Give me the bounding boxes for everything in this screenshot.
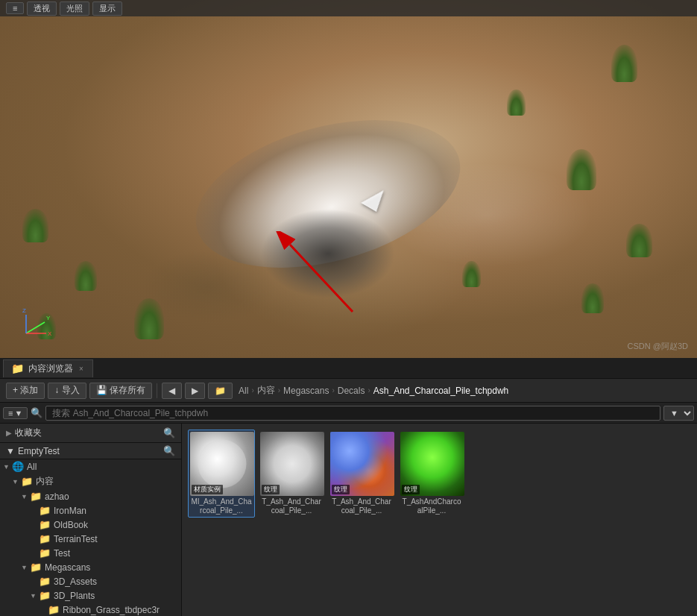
tree-toggle-content: ▼ xyxy=(12,478,21,485)
folder-icon-3dplants: 📁 xyxy=(39,590,51,601)
asset-type-badge-t3: 纹理 xyxy=(402,485,420,494)
breadcrumb-sep-1: › xyxy=(251,386,253,395)
collections-search-icon[interactable]: 🔍 xyxy=(163,427,175,439)
project-search-icon[interactable]: 🔍 xyxy=(163,445,175,456)
svg-line-2 xyxy=(26,322,45,333)
svg-text:Y: Y xyxy=(46,315,51,321)
breadcrumb-sep-4: › xyxy=(368,386,370,395)
grass-decoration xyxy=(462,261,481,287)
tree-label-oldbook: OldBook xyxy=(54,520,181,530)
grass-decoration xyxy=(134,298,164,339)
nav-folder-button[interactable]: 📁 xyxy=(208,383,233,399)
asset-t-ash-3[interactable]: 纹理 T_AshAndCharcoalPile_... xyxy=(398,430,465,518)
asset-label-mi-ash: MI_Ash_And_Charcoal_Pile_... xyxy=(190,497,253,515)
breadcrumb-sep-2: › xyxy=(278,386,280,395)
watermark: CSDN @阿赵3D xyxy=(628,341,688,352)
asset-type-badge-t2: 纹理 xyxy=(332,485,350,494)
add-button[interactable]: + 添加 xyxy=(6,383,45,399)
breadcrumb-decals[interactable]: Decals xyxy=(338,386,365,396)
folder-icon-ironman: 📁 xyxy=(39,505,51,516)
breadcrumb-ash[interactable]: Ash_And_Charcoal_Pile_tchpdwh xyxy=(373,386,508,396)
content-browser-main: ▶ 收藏夹 🔍 ▼ EmptyTest 🔍 ▼ 🌐 All xyxy=(0,424,697,616)
nav-forward-button[interactable]: ▶ xyxy=(185,383,205,399)
tree-label-3dassets: 3D_Assets xyxy=(54,576,181,587)
folder-icon-terraintest: 📁 xyxy=(39,533,51,544)
filter-button[interactable]: ≡ ▼ xyxy=(3,407,28,419)
project-label: EmptyTest xyxy=(18,446,160,456)
tree-label-3dplants: 3D_Plants xyxy=(54,591,181,601)
tree-item-3dplants[interactable]: ▼ 📁 3D_Plants xyxy=(0,588,181,603)
save-all-button[interactable]: 💾 保存所有 xyxy=(89,383,152,399)
content-browser-toolbar: + 添加 ↓ 导入 💾 保存所有 ◀ ▶ 📁 All › 内容 › Megasc… xyxy=(0,379,697,403)
viewport-toolbar: ≡ 透视 光照 显示 xyxy=(0,0,697,16)
hamburger-btn[interactable]: ≡ xyxy=(6,2,24,14)
breadcrumb: All › 内容 › Megascans › Decals › Ash_And_… xyxy=(236,380,691,401)
tree-item-azhao[interactable]: ▼ 📁 azhao xyxy=(0,489,181,503)
folder-icon-content: 📁 xyxy=(21,476,33,487)
content-browser-tab-icon: 📁 xyxy=(11,362,24,374)
collections-header: ▶ 收藏夹 🔍 xyxy=(0,424,181,443)
grass-decoration xyxy=(507,89,526,116)
grass-decoration xyxy=(581,283,604,313)
grass-decoration xyxy=(75,261,97,291)
asset-thumb-t-ash-1: 纹理 xyxy=(260,432,324,496)
import-button[interactable]: ↓ 导入 xyxy=(48,383,86,399)
content-browser-tab-label: 内容浏览器 xyxy=(28,362,73,375)
asset-thumb-mi-ash: 材质实例 xyxy=(190,432,254,496)
tree-item-test[interactable]: 📁 Test xyxy=(0,546,181,560)
search-dropdown[interactable]: ▼ xyxy=(663,406,694,421)
svg-line-1 xyxy=(290,245,353,312)
tree-item-content[interactable]: ▼ 📁 内容 xyxy=(0,474,181,489)
content-browser-tab[interactable]: 📁 内容浏览器 × xyxy=(3,359,93,377)
asset-t-ash-1[interactable]: 纹理 T_Ash_And_Charcoal_Pile_... xyxy=(258,430,325,518)
asset-mi-ash[interactable]: 材质实例 MI_Ash_And_Charcoal_Pile_... xyxy=(188,430,255,518)
viewport: ≡ 透视 光照 显示 Y X Z CSDN @阿赵3D xyxy=(0,0,697,358)
tree-label-ironman: IronMan xyxy=(54,506,181,516)
asset-t-ash-2[interactable]: 纹理 T_Ash_And_Charcoal_Pile_... xyxy=(328,430,395,518)
asset-label-t-ash-2: T_Ash_And_Charcoal_Pile_... xyxy=(330,497,393,515)
nav-back-button[interactable]: ◀ xyxy=(162,383,182,399)
tree-item-all[interactable]: ▼ 🌐 All xyxy=(0,459,181,474)
asset-label-t-ash-3: T_AshAndCharcoalPile_... xyxy=(400,497,463,515)
tree-item-ribbongrass[interactable]: 📁 Ribbon_Grass_tbdpec3r xyxy=(0,603,181,616)
axis-indicator: Y X Z xyxy=(15,304,56,345)
breadcrumb-content[interactable]: 内容 xyxy=(257,384,275,397)
asset-label-t-ash-1: T_Ash_And_Charcoal_Pile_... xyxy=(260,497,323,515)
lighting-btn[interactable]: 光照 xyxy=(60,1,89,16)
folder-icon-all: 🌐 xyxy=(12,461,24,472)
breadcrumb-megascans[interactable]: Megascans xyxy=(283,386,329,396)
tree-label-terraintest: TerrainTest xyxy=(54,534,181,544)
tree-label-all: All xyxy=(27,462,181,472)
show-btn[interactable]: 显示 xyxy=(92,1,122,16)
asset-thumb-t-ash-2: 纹理 xyxy=(330,432,394,496)
collections-toggle[interactable]: ▶ xyxy=(6,429,12,437)
asset-type-badge-t1: 纹理 xyxy=(262,485,280,494)
tree-item-ironman[interactable]: 📁 IronMan xyxy=(0,503,181,518)
project-header: ▼ EmptyTest 🔍 xyxy=(0,443,181,459)
tree-label-ribbongrass: Ribbon_Grass_tbdpec3r xyxy=(63,605,181,615)
tree-toggle-all: ▼ xyxy=(3,463,12,471)
folder-icon-test: 📁 xyxy=(39,547,51,559)
tree-label-content: 内容 xyxy=(36,475,181,488)
tree-label-test: Test xyxy=(54,548,181,559)
folder-icon-azhao: 📁 xyxy=(30,491,42,502)
content-browser-tab-close[interactable]: × xyxy=(78,364,85,374)
tree-item-3dassets[interactable]: 📁 3D_Assets xyxy=(0,574,181,588)
folder-tree: ▼ 🌐 All ▼ 📁 内容 ▼ 📁 azhao xyxy=(0,459,181,616)
tree-item-oldbook[interactable]: 📁 OldBook xyxy=(0,518,181,532)
svg-text:Z: Z xyxy=(22,307,26,314)
content-browser-searchbar: ≡ ▼ 🔍 ▼ xyxy=(0,403,697,424)
tree-toggle-azhao: ▼ xyxy=(21,493,30,500)
tree-item-terraintest[interactable]: 📁 TerrainTest xyxy=(0,532,181,546)
perspective-btn[interactable]: 透视 xyxy=(27,1,57,16)
grass-decoration xyxy=(567,149,596,190)
project-toggle[interactable]: ▼ xyxy=(6,446,15,456)
folder-icon-oldbook: 📁 xyxy=(39,519,51,530)
asset-type-badge-mi: 材质实例 xyxy=(192,485,223,494)
breadcrumb-sep-3: › xyxy=(332,386,334,395)
search-input[interactable] xyxy=(45,406,660,421)
filter-dropdown-icon: ▼ xyxy=(14,409,22,418)
asset-grid: 材质实例 MI_Ash_And_Charcoal_Pile_... 纹理 T_A… xyxy=(182,424,697,616)
tree-item-megascans[interactable]: ▼ 📁 Megascans xyxy=(0,560,181,574)
breadcrumb-all[interactable]: All xyxy=(239,386,248,396)
